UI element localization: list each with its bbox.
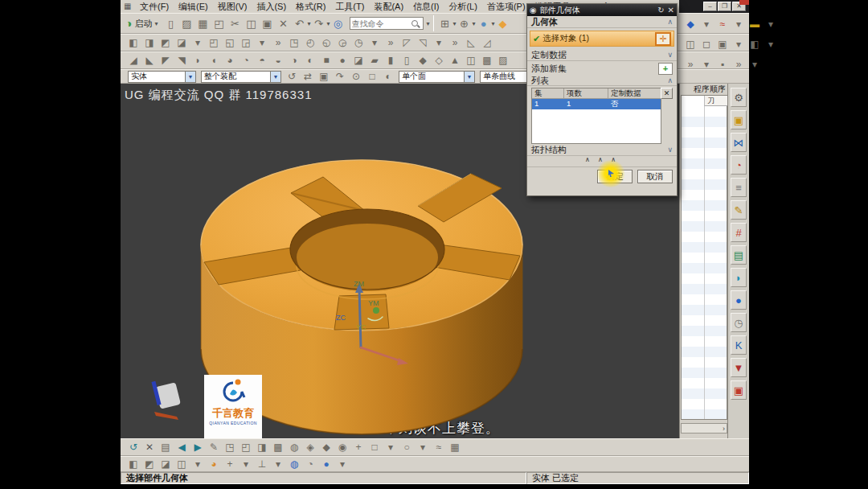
tool-icon[interactable]: ▣ xyxy=(716,39,729,50)
tool-icon[interactable]: ◑ xyxy=(288,55,301,66)
tool-icon[interactable]: ◉ xyxy=(336,442,349,453)
chevron-down-icon[interactable]: ▾ xyxy=(492,20,495,27)
type-filter-dropdown[interactable]: 实体▼ xyxy=(128,71,196,83)
chevron-down-icon[interactable]: ▾ xyxy=(427,20,430,27)
tool-icon[interactable]: ◲ xyxy=(240,37,252,48)
tool-icon[interactable]: ▾ xyxy=(732,18,745,30)
view-cube-icon[interactable] xyxy=(149,373,185,423)
tool-icon[interactable]: ◨ xyxy=(256,442,268,453)
tool-icon[interactable]: ◪ xyxy=(352,55,365,66)
tool-icon[interactable]: ■ xyxy=(320,55,333,66)
undo-icon[interactable]: ↶ xyxy=(293,18,305,30)
constraint-navigator-icon[interactable]: ⋈ xyxy=(731,133,747,152)
tool-icon[interactable]: □ xyxy=(366,71,379,82)
cancel-button[interactable]: 取消 xyxy=(637,170,673,183)
table-row[interactable]: 11否 xyxy=(532,99,661,109)
tool-icon[interactable]: ◻ xyxy=(700,39,713,50)
tool-icon[interactable]: □ xyxy=(368,442,381,453)
list-section-header[interactable]: 列表 ∧ xyxy=(527,76,677,86)
tool-icon[interactable]: ◈ xyxy=(304,442,317,453)
tool-icon[interactable]: ▯ xyxy=(400,55,413,66)
tool-icon[interactable]: » xyxy=(384,37,397,48)
tool-icon[interactable]: ◳ xyxy=(223,442,236,453)
tool-icon[interactable]: ▪ xyxy=(716,59,729,70)
face-rule-dropdown[interactable]: 单个面▼ xyxy=(399,71,475,83)
tool-icon[interactable]: ✕ xyxy=(143,442,156,453)
command-finder-input[interactable] xyxy=(352,19,411,28)
open-file-icon[interactable]: ▨ xyxy=(180,18,193,30)
process-studio-icon[interactable]: ◗ xyxy=(731,268,747,287)
add-new-set-button[interactable]: + xyxy=(658,63,673,75)
menu-item[interactable]: 装配(A) xyxy=(369,1,408,13)
tool-icon[interactable]: ◳ xyxy=(288,37,301,48)
tool-icon[interactable]: ▾ xyxy=(368,37,381,48)
tool-icon[interactable]: ◥ xyxy=(175,55,188,66)
menu-item[interactable]: 文件(F) xyxy=(135,1,174,13)
tool-icon[interactable]: ⊙ xyxy=(350,71,362,82)
tool-icon[interactable]: ◪ xyxy=(175,37,188,48)
touch-select-icon[interactable]: ◎ xyxy=(332,18,345,30)
menu-item[interactable]: 分析(L) xyxy=(444,1,481,13)
tool-icon[interactable]: ↺ xyxy=(127,442,140,453)
save-icon[interactable]: ▦ xyxy=(196,18,209,30)
tool-icon[interactable]: ◩ xyxy=(159,37,172,48)
tool-icon[interactable]: ▾ xyxy=(416,442,429,453)
topology-section-header[interactable]: 拓扑结构 ∨ xyxy=(527,144,677,156)
tool-icon[interactable]: ◫ xyxy=(684,39,697,50)
tool-icon[interactable]: ▦ xyxy=(448,442,461,453)
tool-icon[interactable]: ◢ xyxy=(127,55,140,66)
tool-icon[interactable]: ◔ xyxy=(304,458,317,470)
save-as-icon[interactable]: ◰ xyxy=(212,18,225,30)
tool-icon[interactable]: ◱ xyxy=(223,37,236,48)
menu-item[interactable]: 首选项(P) xyxy=(482,1,530,13)
tool-icon[interactable]: ◇ xyxy=(432,55,445,66)
dialog-collapse-marks[interactable]: ∧ ∧ ∧ xyxy=(527,156,677,165)
tool-icon[interactable]: ◹ xyxy=(416,37,429,48)
tool-icon[interactable]: ◆ xyxy=(684,18,697,30)
navigator-column-tool[interactable]: 刀 xyxy=(704,96,727,106)
fit-view-icon[interactable]: ⊞ xyxy=(439,18,452,30)
tool-icon[interactable]: ▾ xyxy=(191,37,204,48)
tool-icon[interactable]: ◪ xyxy=(159,458,172,470)
tool-icon[interactable]: ◺ xyxy=(465,37,477,48)
tool-icon[interactable]: ▬ xyxy=(748,18,761,30)
tool-icon[interactable]: ⇄ xyxy=(301,71,314,82)
menu-item[interactable]: 信息(I) xyxy=(408,1,444,13)
tool-icon[interactable]: ▾ xyxy=(336,458,349,470)
tool-icon[interactable]: ◣ xyxy=(143,55,156,66)
geometry-sets-table[interactable]: 集 项数 定制数据 11否 xyxy=(531,88,661,144)
tool-icon[interactable]: » xyxy=(448,37,461,48)
tool-icon[interactable]: ▲ xyxy=(448,55,461,66)
gallery-icon[interactable]: ▣ xyxy=(731,380,747,400)
tool-icon[interactable]: ◫ xyxy=(465,55,477,66)
tool-icon[interactable]: ◓ xyxy=(256,55,268,66)
tool-icon[interactable]: ◧ xyxy=(748,39,761,50)
tool-icon[interactable]: ▾ xyxy=(256,37,268,48)
tool-icon[interactable]: ▾ xyxy=(432,37,445,48)
new-file-icon[interactable]: ▯ xyxy=(164,18,177,30)
tool-icon[interactable]: ◸ xyxy=(400,37,413,48)
navigator-hscrollbar[interactable]: › xyxy=(681,423,727,434)
navigator-list[interactable]: 刀 xyxy=(681,95,727,420)
reset-icon[interactable]: ↻ xyxy=(657,6,664,14)
custom-data-section-header[interactable]: 定制数据 ∨ xyxy=(527,49,677,61)
tool-icon[interactable]: ▾ xyxy=(764,18,777,30)
menu-item[interactable]: 插入(S) xyxy=(252,1,291,13)
tool-icon[interactable]: ▣ xyxy=(317,71,330,82)
minimize-button[interactable]: – xyxy=(703,2,717,11)
menu-item[interactable]: 格式(R) xyxy=(291,1,330,13)
tool-icon[interactable]: » xyxy=(684,59,697,70)
tool-icon[interactable]: ◴ xyxy=(304,37,317,48)
tool-icon[interactable]: ◰ xyxy=(207,37,220,48)
tool-icon[interactable]: ◨ xyxy=(143,37,156,48)
redo-icon[interactable]: ↷ xyxy=(313,18,326,30)
tool-icon[interactable]: ◕ xyxy=(207,458,220,470)
tool-icon[interactable]: » xyxy=(272,37,285,48)
start-menu-button[interactable]: ◑ 启动 ▾ xyxy=(125,17,158,30)
tool-icon[interactable]: ↷ xyxy=(334,71,346,82)
tool-icon[interactable]: ◿ xyxy=(481,37,493,48)
tool-icon[interactable]: ↺ xyxy=(285,71,298,82)
ok-button[interactable]: 确定 xyxy=(597,170,633,183)
cut-icon[interactable]: ✂ xyxy=(228,18,241,30)
tool-icon[interactable]: ◍ xyxy=(288,458,301,470)
